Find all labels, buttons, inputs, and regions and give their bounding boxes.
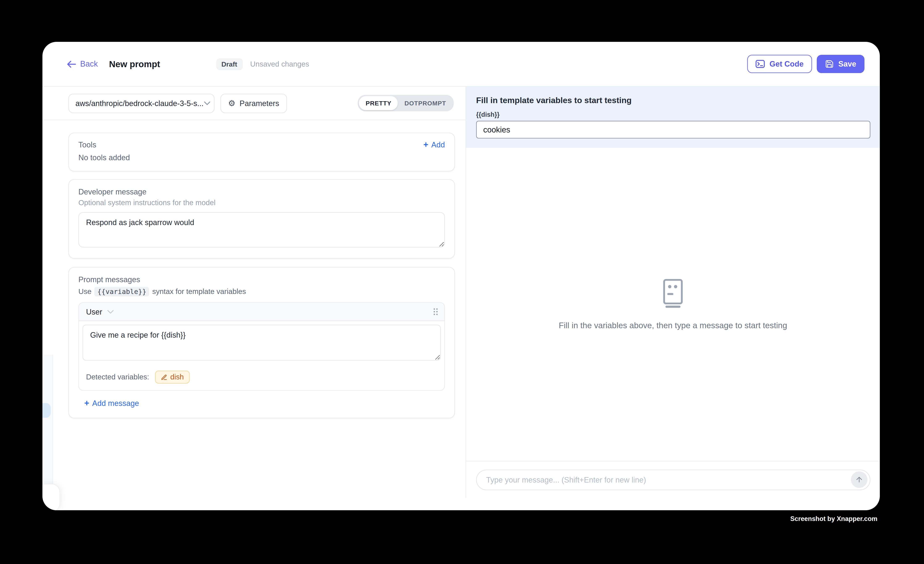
sidebar-active-item[interactable]	[42, 403, 50, 418]
arrow-up-icon	[855, 476, 863, 484]
variable-badge-label: dish	[170, 373, 184, 381]
hint-suffix: syntax for template variables	[152, 288, 246, 296]
watermark: Screenshot by Xnapper.com	[790, 515, 878, 522]
back-label: Back	[80, 59, 98, 68]
variable-badge-dish[interactable]: dish	[155, 370, 190, 384]
tools-card: Tools + Add No tools added	[69, 132, 455, 171]
toggle-pretty[interactable]: PRETTY	[359, 96, 398, 110]
page-title: New prompt	[109, 59, 160, 69]
add-message-button[interactable]: + Add message	[84, 399, 139, 408]
prompt-editor-panel: aws/anthropic/bedrock-claude-3-5-s... ⚙ …	[42, 87, 466, 498]
message-block: User Give me a recipe for {{dish}}	[78, 302, 445, 391]
save-label: Save	[838, 59, 856, 68]
detected-variables-label: Detected variables:	[86, 373, 149, 381]
model-select[interactable]: aws/anthropic/bedrock-claude-3-5-s...	[69, 93, 214, 113]
message-body: Give me a recipe for {{dish}}	[79, 321, 444, 366]
empty-state-text: Fill in the variables above, then type a…	[559, 321, 787, 330]
status-badge: Draft	[216, 58, 243, 70]
pencil-icon	[161, 374, 167, 380]
developer-message-title: Developer message	[78, 187, 445, 196]
back-button[interactable]: Back	[67, 59, 98, 68]
gear-icon: ⚙	[228, 99, 236, 107]
get-code-button[interactable]: Get Code	[747, 55, 812, 73]
parameters-label: Parameters	[240, 99, 279, 108]
message-header: User	[79, 303, 444, 321]
unsaved-changes-label: Unsaved changes	[250, 60, 309, 68]
tools-title: Tools	[78, 140, 96, 149]
save-icon	[825, 59, 834, 68]
role-select-value: User	[86, 307, 102, 316]
terminal-icon	[755, 59, 765, 68]
view-mode-toggle: PRETTY DOTPROMPT	[358, 95, 454, 111]
prompt-messages-title: Prompt messages	[78, 275, 445, 284]
screenshot-stage: Back New prompt Draft Unsaved changes Ge…	[0, 0, 924, 564]
send-button[interactable]	[851, 471, 867, 488]
parameters-button[interactable]: ⚙ Parameters	[220, 93, 286, 113]
tools-empty-state: No tools added	[78, 153, 445, 162]
test-panel: Fill in template variables to start test…	[466, 87, 880, 498]
prompt-messages-card: Prompt messages Use {{variable}} syntax …	[69, 267, 455, 418]
drag-handle-icon[interactable]	[433, 308, 438, 316]
robot-face-icon	[660, 279, 686, 308]
variable-syntax-hint: Use {{variable}} syntax for template var…	[78, 287, 445, 297]
chat-input-bar	[466, 461, 880, 498]
developer-message-input[interactable]: Respond as jack sparrow would	[78, 212, 445, 248]
header: Back New prompt Draft Unsaved changes Ge…	[42, 42, 880, 87]
variable-dish-input[interactable]	[476, 121, 870, 138]
variables-banner-title: Fill in template variables to start test…	[476, 96, 870, 105]
add-message-label: Add message	[92, 399, 139, 408]
editor-scroll-area: Tools + Add No tools added Developer mes…	[42, 120, 466, 498]
variable-syntax-chip: {{variable}}	[94, 287, 149, 297]
save-button[interactable]: Save	[816, 55, 864, 73]
developer-message-subtitle: Optional system instructions for the mod…	[78, 199, 445, 207]
prompt-message-input[interactable]: Give me a recipe for {{dish}}	[82, 325, 441, 360]
sidebar-sliver	[42, 355, 53, 484]
chevron-down-icon	[204, 101, 210, 105]
chat-input-container	[476, 469, 870, 490]
add-tool-button[interactable]: + Add	[423, 140, 445, 149]
model-select-value: aws/anthropic/bedrock-claude-3-5-s...	[75, 99, 204, 108]
main-content: aws/anthropic/bedrock-claude-3-5-s... ⚙ …	[42, 87, 880, 498]
add-tool-label: Add	[431, 140, 445, 149]
toggle-dotprompt[interactable]: DOTPROMPT	[398, 96, 453, 110]
chat-message-input[interactable]	[485, 474, 851, 484]
developer-message-card: Developer message Optional system instru…	[69, 179, 455, 259]
model-toolbar: aws/anthropic/bedrock-claude-3-5-s... ⚙ …	[42, 87, 466, 120]
role-select[interactable]: User	[86, 307, 114, 316]
plus-icon: +	[423, 141, 428, 149]
plus-icon: +	[84, 399, 89, 408]
conversation-area: Fill in the variables above, then type a…	[466, 148, 880, 461]
app-window: Back New prompt Draft Unsaved changes Ge…	[42, 42, 880, 510]
get-code-label: Get Code	[770, 59, 804, 68]
variables-banner: Fill in template variables to start test…	[466, 87, 880, 148]
detected-variables-row: Detected variables: dish	[79, 366, 444, 390]
back-arrow-icon	[67, 60, 76, 68]
variable-dish-label: {{dish}}	[476, 111, 870, 118]
chevron-down-icon	[108, 310, 114, 314]
clipped-popover	[42, 484, 60, 510]
hint-prefix: Use	[78, 288, 92, 296]
